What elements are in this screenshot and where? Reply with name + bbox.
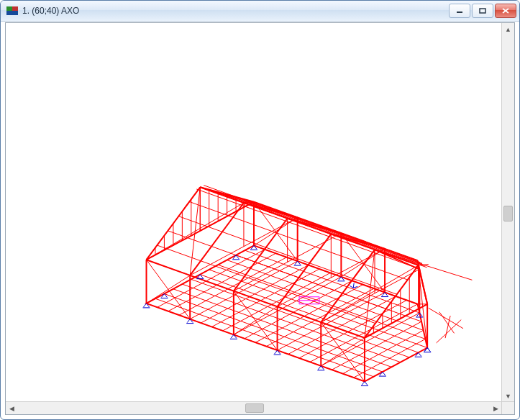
- minimize-button[interactable]: [449, 4, 470, 18]
- svg-line-40: [147, 303, 365, 382]
- vertical-scrollbar[interactable]: ▲ ▼: [501, 23, 514, 402]
- svg-line-59: [200, 187, 418, 265]
- svg-rect-4: [480, 9, 485, 13]
- close-button[interactable]: [495, 4, 516, 18]
- svg-line-32: [218, 265, 425, 339]
- svg-line-134: [147, 187, 201, 260]
- svg-line-102: [147, 260, 191, 319]
- svg-line-114: [200, 187, 297, 217]
- scroll-right-arrow-icon[interactable]: ▶: [490, 402, 502, 414]
- scroll-left-arrow-icon[interactable]: ◀: [6, 402, 18, 414]
- app-window: 1. (60;40) AXO ▲ ▼ ◀: [0, 0, 520, 420]
- titlebar[interactable]: 1. (60;40) AXO: [1, 1, 519, 22]
- svg-line-34: [200, 275, 418, 353]
- svg-line-33: [209, 270, 427, 348]
- svg-line-165: [350, 286, 353, 288]
- model-viewport[interactable]: [6, 23, 502, 402]
- scroll-down-arrow-icon[interactable]: ▼: [502, 390, 514, 402]
- wireframe-scene: [6, 23, 502, 402]
- window-title: 1. (60;40) AXO: [22, 6, 447, 16]
- scrollbar-corner: [501, 401, 514, 414]
- window-controls: [447, 4, 516, 18]
- minimize-icon: [456, 8, 463, 14]
- vertical-scroll-thumb[interactable]: [503, 206, 513, 222]
- svg-line-52: [196, 189, 414, 268]
- svg-line-35: [191, 279, 409, 357]
- svg-line-166: [353, 283, 354, 288]
- svg-line-118: [375, 250, 472, 280]
- svg-line-41: [429, 308, 463, 328]
- svg-line-74: [190, 203, 244, 275]
- scroll-up-arrow-icon[interactable]: ▲: [502, 23, 514, 35]
- svg-line-25: [343, 330, 424, 373]
- app-icon: [6, 5, 18, 17]
- maximize-icon: [479, 8, 486, 14]
- svg-line-36: [182, 284, 400, 362]
- svg-rect-2: [6, 11, 18, 15]
- client-area: ▲ ▼ ◀ ▶: [5, 22, 515, 415]
- horizontal-scrollbar[interactable]: ◀ ▶: [6, 401, 502, 414]
- svg-rect-0: [6, 6, 12, 11]
- horizontal-scroll-thumb[interactable]: [245, 403, 264, 413]
- svg-rect-1: [12, 6, 18, 11]
- maximize-button[interactable]: [472, 4, 493, 18]
- svg-line-93: [321, 269, 419, 322]
- close-icon: [502, 8, 509, 14]
- svg-line-56: [222, 193, 424, 265]
